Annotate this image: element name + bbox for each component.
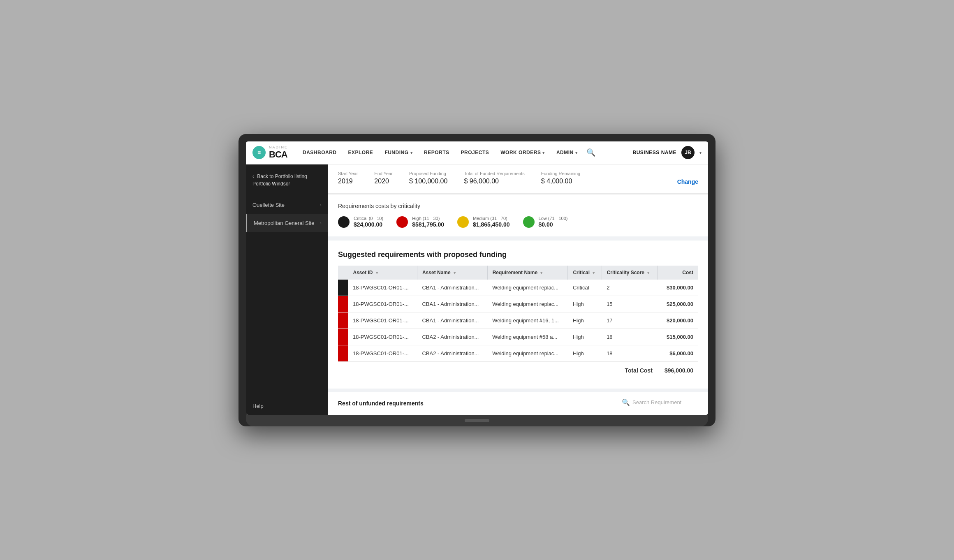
score-cell: 18 xyxy=(602,345,658,362)
sidebar-item-metropolitan[interactable]: Metropolitan General Site › xyxy=(246,214,328,232)
cost-header: Cost xyxy=(658,266,698,280)
critical-sort-icon[interactable]: ▾ xyxy=(593,271,595,275)
avatar[interactable]: JB xyxy=(681,146,695,159)
requirements-table: Asset ID ▾ Asset Name ▾ Requirement Name… xyxy=(338,266,698,379)
business-name: BUSINESS NAME xyxy=(632,150,676,155)
asset-name-cell: CBA1 - Administration... xyxy=(417,312,487,329)
remaining-label: Funding Remaining xyxy=(541,171,580,176)
asset-name-cell: CBA2 - Administration... xyxy=(417,329,487,345)
asset-name-sort-icon[interactable]: ▾ xyxy=(454,271,456,275)
section-separator xyxy=(328,236,708,241)
total-funded-value: $ 96,000.00 xyxy=(464,178,524,185)
search-icon[interactable]: 🔍 xyxy=(584,146,598,160)
table-row: 18-PWGSC01-OR01-... CBA1 - Administratio… xyxy=(338,312,698,329)
criticality-score-header[interactable]: Criticality Score ▾ xyxy=(602,266,658,280)
critical-cell: High xyxy=(568,345,602,362)
logo-bca: BCA xyxy=(269,149,288,160)
ouellette-label: Ouellette Site xyxy=(252,202,285,208)
critical-dot xyxy=(338,216,350,228)
criticality-legend: Critical (0 - 10) $24,000.00 High (11 - … xyxy=(338,216,698,228)
critical-cell: High xyxy=(568,296,602,312)
req-name-cell: Welding equipment replac... xyxy=(487,296,568,312)
funding-chevron-icon: ▾ xyxy=(410,150,413,155)
avatar-chevron-icon[interactable]: ▾ xyxy=(699,150,702,155)
score-cell: 15 xyxy=(602,296,658,312)
req-name-cell: Welding equipment replac... xyxy=(487,280,568,296)
end-year-value: 2020 xyxy=(374,178,393,185)
nav-funding[interactable]: FUNDING ▾ xyxy=(380,147,417,158)
asset-name-header[interactable]: Asset Name ▾ xyxy=(417,266,487,280)
start-year-label: Start Year xyxy=(338,171,358,176)
legend-high: High (11 - 30) $581,795.00 xyxy=(396,216,444,228)
logo-icon: ≡ xyxy=(252,146,266,159)
main-layout: ‹ Back to Portfolio listing Portfolio Wi… xyxy=(246,164,708,415)
nav-explore[interactable]: EXPLORE xyxy=(343,147,378,158)
nav-dashboard[interactable]: DASHBOARD xyxy=(298,147,342,158)
critical-info: Critical (0 - 10) $24,000.00 xyxy=(354,216,383,228)
end-year-label: End Year xyxy=(374,171,393,176)
sidebar-help[interactable]: Help xyxy=(246,397,328,415)
search-box[interactable]: 🔍 xyxy=(622,398,698,408)
total-cost: $96,000.00 xyxy=(658,362,698,379)
portfolio-name: Portfolio Windsor xyxy=(252,181,290,187)
req-name-header[interactable]: Requirement Name ▾ xyxy=(487,266,568,280)
suggested-title: Suggested requirements with proposed fun… xyxy=(338,250,698,259)
start-year-field: Start Year 2019 xyxy=(338,171,358,185)
funding-remaining-field: Funding Remaining $ 4,000.00 xyxy=(541,171,580,185)
sidebar-item-ouellette[interactable]: Ouellette Site › xyxy=(246,196,328,214)
cost-cell: $20,000.00 xyxy=(658,312,698,329)
criticality-title: Requirements costs by criticality xyxy=(338,203,698,209)
table-row: 18-PWGSC01-OR01-... CBA1 - Administratio… xyxy=(338,296,698,312)
total-label: Total Cost xyxy=(602,362,658,379)
logo[interactable]: ≡ NADINE BCA xyxy=(252,145,288,160)
asset-id-cell: 18-PWGSC01-OR01-... xyxy=(348,329,417,345)
critical-cell: Critical xyxy=(568,280,602,296)
asset-id-cell: 18-PWGSC01-OR01-... xyxy=(348,312,417,329)
cost-cell: $30,000.00 xyxy=(658,280,698,296)
remaining-value: $ 4,000.00 xyxy=(541,178,580,185)
logo-nadine: NADINE xyxy=(269,145,288,149)
nav-workorders[interactable]: WORK ORDERS ▾ xyxy=(496,147,550,158)
nav-reports[interactable]: REPORTS xyxy=(419,147,454,158)
back-to-portfolio[interactable]: ‹ Back to Portfolio listing Portfolio Wi… xyxy=(246,164,328,196)
nav-projects[interactable]: PROJECTS xyxy=(456,147,494,158)
legend-critical: Critical (0 - 10) $24,000.00 xyxy=(338,216,383,228)
search-requirement-input[interactable] xyxy=(632,399,698,405)
critical-cell: High xyxy=(568,312,602,329)
asset-name-cell: CBA1 - Administration... xyxy=(417,280,487,296)
funding-header: Start Year 2019 End Year 2020 Proposed F… xyxy=(328,164,708,194)
proposed-label: Proposed Funding xyxy=(409,171,447,176)
asset-id-sort-icon[interactable]: ▾ xyxy=(376,271,378,275)
low-dot xyxy=(523,216,535,228)
suggested-section: Suggested requirements with proposed fun… xyxy=(328,241,708,389)
legend-medium: Medium (31 - 70) $1,865,450.00 xyxy=(457,216,510,228)
ouellette-chevron-icon: › xyxy=(320,202,322,207)
asset-id-cell: 18-PWGSC01-OR01-... xyxy=(348,280,417,296)
critical-header[interactable]: Critical ▾ xyxy=(568,266,602,280)
change-button[interactable]: Change xyxy=(677,178,698,185)
funding-fields: Start Year 2019 End Year 2020 Proposed F… xyxy=(338,171,698,185)
score-sort-icon[interactable]: ▾ xyxy=(647,271,649,275)
row-bar xyxy=(338,312,348,329)
back-arrow-icon: ‹ xyxy=(252,174,254,179)
metropolitan-chevron-icon: › xyxy=(320,220,322,225)
req-name-cell: Welding equipment #58 a... xyxy=(487,329,568,345)
total-spacer-2 xyxy=(348,362,602,379)
table-row: 18-PWGSC01-OR01-... CBA1 - Administratio… xyxy=(338,280,698,296)
req-name-cell: Welding equipment #16, 1... xyxy=(487,312,568,329)
asset-name-cell: CBA2 - Administration... xyxy=(417,345,487,362)
asset-id-header[interactable]: Asset ID ▾ xyxy=(348,266,417,280)
nav-items: DASHBOARD EXPLORE FUNDING ▾ REPORTS PROJ… xyxy=(298,146,598,160)
cost-cell: $25,000.00 xyxy=(658,296,698,312)
req-name-sort-icon[interactable]: ▾ xyxy=(540,271,542,275)
unfunded-title: Rest of unfunded requirements xyxy=(338,400,424,407)
nav-admin[interactable]: ADMIN ▾ xyxy=(551,147,582,158)
cost-cell: $15,000.00 xyxy=(658,329,698,345)
high-info: High (11 - 30) $581,795.00 xyxy=(412,216,444,228)
end-year-field: End Year 2020 xyxy=(374,171,393,185)
nav-right: BUSINESS NAME JB ▾ xyxy=(632,146,702,159)
asset-id-cell: 18-PWGSC01-OR01-... xyxy=(348,345,417,362)
unfunded-section: Rest of unfunded requirements 🔍 xyxy=(328,389,708,415)
score-cell: 2 xyxy=(602,280,658,296)
table-row: 18-PWGSC01-OR01-... CBA2 - Administratio… xyxy=(338,345,698,362)
